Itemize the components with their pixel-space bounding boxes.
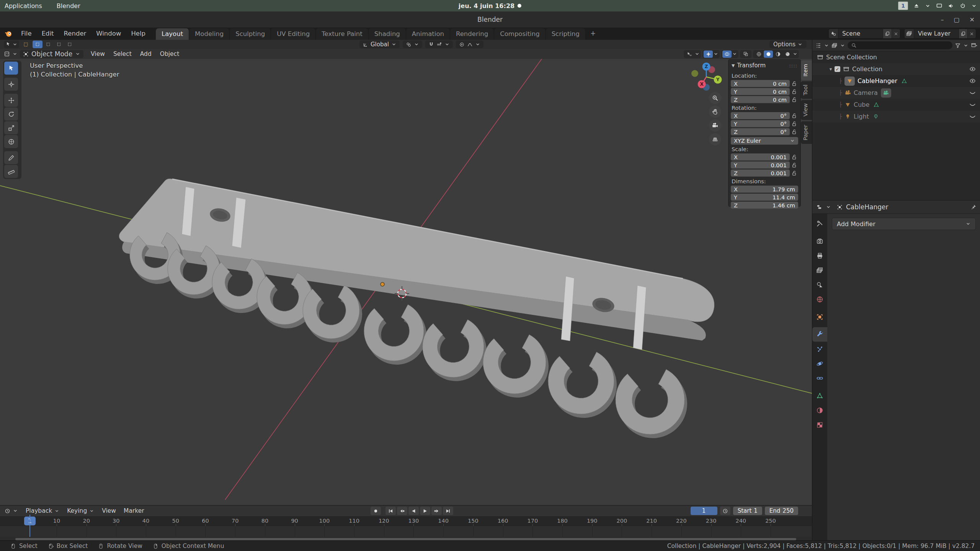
remove-view-layer-button[interactable] — [967, 29, 976, 38]
menu-help[interactable]: Help — [126, 28, 150, 40]
eye-closed-icon[interactable] — [969, 90, 976, 96]
properties-tab-modifiers[interactable] — [812, 327, 827, 342]
sidebar-tab-view[interactable]: View — [801, 100, 812, 120]
select-mode-new-button[interactable] — [33, 41, 42, 48]
properties-tab-object[interactable] — [812, 310, 827, 324]
outliner-row-cablehanger[interactable]: ├CableHanger — [812, 75, 980, 87]
new-collection-button[interactable] — [971, 42, 977, 49]
jump-first-button[interactable] — [385, 507, 396, 515]
lock-open-icon[interactable] — [790, 170, 798, 176]
dimensions-z-field[interactable]: Z1.46 cm — [731, 202, 798, 209]
overlays-toggle[interactable] — [721, 50, 738, 58]
select-mode-subtract-button[interactable] — [54, 41, 64, 48]
pivot-point-dropdown[interactable] — [403, 41, 422, 48]
outliner-row-light[interactable]: ├Light — [812, 111, 980, 122]
eye-closed-icon[interactable] — [969, 101, 976, 108]
viewport-3d[interactable]: User Perspective (1) Collection | CableH… — [0, 59, 812, 505]
play-button[interactable] — [420, 507, 430, 515]
visibility-dropdown[interactable] — [684, 50, 701, 58]
workspace-indicator[interactable]: 1 — [898, 2, 908, 10]
shading-material-button[interactable] — [773, 51, 782, 58]
pan-view-button[interactable] — [709, 106, 721, 118]
volume-icon[interactable] — [948, 3, 954, 9]
frame-end-field[interactable]: End 250 — [765, 507, 798, 515]
timeline-tracks[interactable] — [0, 526, 812, 537]
tool-transform-button[interactable] — [4, 135, 18, 148]
add-modifier-dropdown[interactable]: Add Modifier — [832, 218, 976, 230]
view-layer-selector[interactable]: View Layer — [904, 29, 976, 39]
properties-tab-texture[interactable] — [812, 417, 827, 432]
lock-open-icon[interactable] — [790, 121, 798, 127]
lock-open-icon[interactable] — [790, 96, 798, 103]
cable-hanger-model[interactable] — [119, 179, 714, 438]
tab-compositing[interactable]: Compositing — [494, 28, 546, 40]
transform-panel-header[interactable]: ▼ Transform :::: — [731, 61, 798, 71]
timeline-menu-view[interactable]: View — [98, 507, 120, 514]
viewport-menu-object[interactable]: Object — [156, 51, 183, 57]
scale-y-field[interactable]: Y0.001 — [731, 161, 790, 169]
timeline-menu-keying[interactable]: Keying — [63, 507, 98, 514]
eye-open-icon[interactable] — [969, 78, 976, 84]
filter-view-layer-icon[interactable] — [831, 42, 838, 49]
tab-animation[interactable]: Animation — [406, 28, 450, 40]
menu-edit[interactable]: Edit — [37, 28, 59, 40]
editor-type-button[interactable] — [0, 508, 22, 514]
tool-box-select-button[interactable] — [4, 62, 18, 75]
properties-tab-particles[interactable] — [812, 342, 827, 356]
eject-icon[interactable] — [913, 3, 920, 9]
outliner-search-input[interactable] — [848, 41, 952, 49]
tool-annotate-button[interactable] — [4, 151, 18, 164]
outliner-row-collection[interactable]: ▾✓Collection — [812, 63, 980, 75]
next-keyframe-button[interactable] — [431, 507, 442, 515]
properties-tab-material[interactable] — [812, 403, 827, 417]
location-x-field[interactable]: X0 cm — [731, 80, 790, 87]
shading-solid-button[interactable] — [764, 51, 773, 58]
active-camera-badge[interactable] — [881, 88, 891, 98]
add-workspace-button[interactable]: + — [586, 28, 600, 40]
tool-measure-button[interactable] — [4, 165, 18, 178]
camera-view-button[interactable] — [709, 119, 721, 132]
tab-sculpting[interactable]: Sculpting — [230, 28, 271, 40]
tab-scripting[interactable]: Scripting — [546, 28, 586, 40]
properties-tab-scene[interactable] — [812, 277, 827, 292]
blender-app-menu[interactable]: Blender — [49, 0, 88, 11]
sidebar-tab-item[interactable]: Item — [801, 60, 812, 80]
proportional-edit-dropdown[interactable] — [456, 41, 483, 48]
unlink-scene-button[interactable] — [892, 29, 900, 38]
tab-texture-paint[interactable]: Texture Paint — [316, 28, 368, 40]
zoom-view-button[interactable] — [709, 92, 721, 104]
properties-tab-render[interactable] — [812, 234, 827, 248]
display-mode-icon[interactable] — [815, 42, 822, 49]
eye-open-icon[interactable] — [969, 66, 976, 72]
properties-tab-view-layer[interactable] — [812, 263, 827, 277]
pin-icon[interactable] — [970, 204, 977, 210]
new-scene-button[interactable] — [883, 29, 892, 38]
prev-keyframe-button[interactable] — [397, 507, 407, 515]
shading-wireframe-button[interactable] — [754, 51, 763, 58]
use-preview-range-button[interactable] — [720, 507, 730, 515]
properties-tab-constraints[interactable] — [812, 371, 827, 385]
lock-open-icon[interactable] — [790, 129, 798, 135]
editor-type-button[interactable] — [0, 51, 18, 57]
scale-x-field[interactable]: X0.001 — [731, 153, 790, 161]
menu-file[interactable]: File — [16, 28, 37, 40]
tool-rotate-button[interactable] — [4, 108, 18, 121]
active-tool-button[interactable] — [4, 41, 19, 48]
viewport-menu-select[interactable]: Select — [109, 51, 136, 57]
clock[interactable]: jeu. 4 juin 16:28 — [459, 2, 521, 10]
tab-rendering[interactable]: Rendering — [450, 28, 494, 40]
rotation-x-field[interactable]: X0° — [731, 112, 790, 119]
editor-type-button[interactable] — [816, 204, 822, 210]
xray-toggle[interactable] — [740, 50, 751, 58]
tool-scale-button[interactable] — [4, 121, 18, 134]
properties-tab-data[interactable] — [812, 388, 827, 403]
current-frame-field[interactable]: 1 — [691, 507, 717, 515]
navigation-gizmo[interactable]: Z Y X — [683, 59, 730, 101]
options-button[interactable]: Options — [769, 41, 807, 48]
properties-tab-physics[interactable] — [812, 356, 827, 371]
display-icon[interactable] — [936, 3, 942, 9]
viewport-menu-view[interactable]: View — [87, 51, 109, 57]
scale-z-field[interactable]: Z0.001 — [731, 170, 790, 177]
play-reverse-button[interactable] — [408, 507, 419, 515]
outliner-row-camera[interactable]: ├Camera — [812, 87, 980, 99]
